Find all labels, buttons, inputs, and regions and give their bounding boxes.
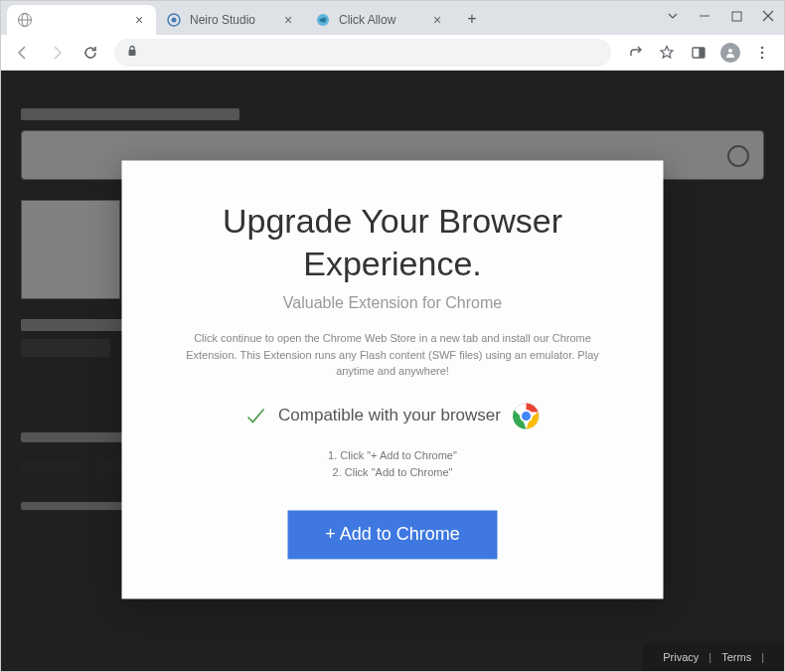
- forward-button[interactable]: [43, 39, 71, 67]
- reload-button[interactable]: [77, 39, 104, 67]
- upgrade-dialog: Upgrade Your Browser Experience. Valuabl…: [122, 160, 664, 598]
- bookmark-icon[interactable]: [653, 39, 681, 67]
- share-icon[interactable]: [621, 39, 649, 67]
- step-2: 2. Click "Add to Chrome": [162, 465, 624, 483]
- tab-3[interactable]: Click Allow ×: [305, 5, 454, 35]
- dialog-heading: Upgrade Your Browser Experience.: [162, 200, 624, 284]
- kebab-menu-icon[interactable]: [748, 39, 776, 67]
- checkmark-icon: [244, 405, 266, 426]
- svg-point-16: [761, 51, 764, 54]
- profile-avatar[interactable]: [716, 39, 744, 67]
- tab-title: Neiro Studio: [190, 13, 255, 27]
- window-controls: [657, 1, 784, 31]
- address-bar[interactable]: [114, 39, 611, 67]
- footer-terms-link[interactable]: Terms: [721, 651, 751, 663]
- chevron-down-icon[interactable]: [657, 1, 689, 31]
- compatible-row: Compatible with your browser: [162, 402, 624, 429]
- svg-point-15: [761, 46, 764, 49]
- tab-2[interactable]: Neiro Studio ×: [156, 5, 305, 35]
- dialog-body-text: Click continue to open the Chrome Web St…: [162, 330, 624, 380]
- svg-rect-10: [129, 50, 136, 56]
- titlebar: × Neiro Studio × Click Allow × +: [1, 1, 784, 35]
- close-icon[interactable]: ×: [132, 13, 146, 27]
- back-button[interactable]: [9, 39, 37, 67]
- tab-1[interactable]: ×: [7, 5, 156, 35]
- minimize-button[interactable]: [689, 1, 720, 31]
- step-1: 1. Click "+ Add to Chrome": [162, 447, 624, 465]
- dialog-subtitle: Valuable Extension for Chrome: [162, 294, 624, 312]
- maximize-button[interactable]: [720, 1, 752, 31]
- compatible-text: Compatible with your browser: [278, 406, 501, 425]
- close-icon[interactable]: ×: [281, 13, 295, 27]
- browser-window: × Neiro Studio × Click Allow × +: [0, 0, 785, 672]
- page-footer: Privacy | Terms |: [643, 643, 784, 671]
- close-window-button[interactable]: [752, 1, 784, 31]
- edge-favicon-icon: [315, 12, 331, 28]
- svg-rect-13: [700, 48, 705, 58]
- new-tab-button[interactable]: +: [458, 5, 486, 33]
- chrome-icon: [513, 402, 541, 429]
- svg-point-4: [172, 18, 177, 23]
- page-content: risk.com Upgrade Your Browser Experience…: [1, 71, 784, 671]
- svg-rect-7: [732, 12, 741, 21]
- lock-icon: [126, 45, 138, 60]
- neiro-favicon-icon: [166, 12, 182, 28]
- svg-point-14: [728, 49, 732, 53]
- footer-privacy-link[interactable]: Privacy: [663, 651, 699, 663]
- close-icon[interactable]: ×: [430, 13, 444, 27]
- tab-title: Click Allow: [339, 13, 395, 27]
- add-to-chrome-button[interactable]: + Add to Chrome: [287, 510, 498, 559]
- globe-icon: [17, 12, 33, 28]
- dialog-steps: 1. Click "+ Add to Chrome" 2. Click "Add…: [162, 447, 624, 482]
- svg-point-17: [761, 56, 764, 59]
- toolbar: [1, 35, 784, 71]
- side-panel-icon[interactable]: [685, 39, 712, 67]
